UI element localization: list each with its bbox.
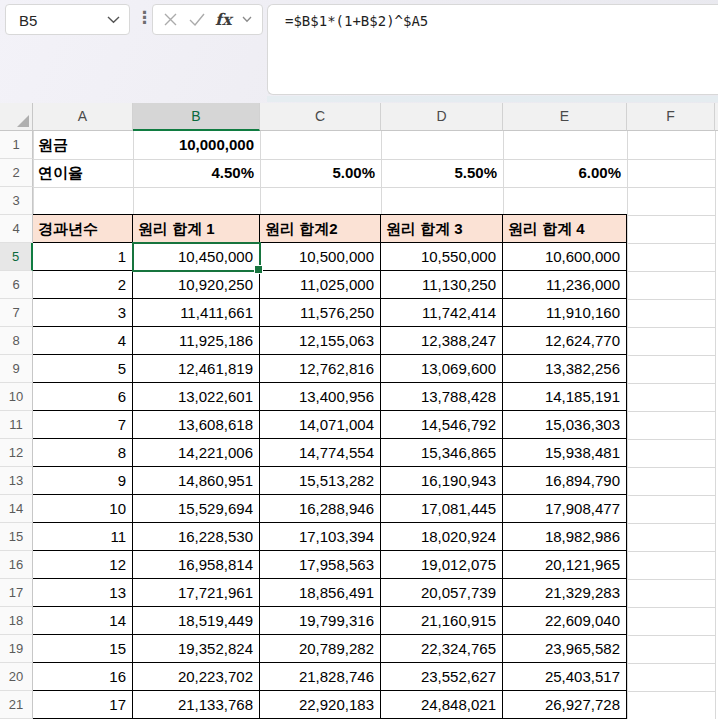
table-cell[interactable]: 12,388,247 <box>381 327 503 355</box>
table-cell[interactable]: 17,103,394 <box>260 523 381 551</box>
table-cell[interactable]: 17,958,563 <box>260 551 381 579</box>
table-cell[interactable]: 15 <box>33 635 133 663</box>
chevron-down-icon[interactable] <box>107 16 120 24</box>
table-cell[interactable]: 15,036,303 <box>503 411 627 439</box>
row-header-1[interactable]: 1 <box>0 131 33 159</box>
select-all-corner[interactable] <box>0 103 33 131</box>
table-cell[interactable]: 3 <box>33 299 133 327</box>
table-cell[interactable]: 14,774,554 <box>260 439 381 467</box>
cell-a2[interactable]: 연이율 <box>33 159 133 187</box>
table-cell[interactable]: 21,329,283 <box>503 579 627 607</box>
formula-bar[interactable]: =$B$1*(1+B$2)^$A5 <box>267 4 718 95</box>
chevron-down-icon[interactable] <box>242 16 252 23</box>
table-cell[interactable]: 20,789,282 <box>260 635 381 663</box>
table-cell[interactable]: 17,721,961 <box>133 579 260 607</box>
column-header-d[interactable]: D <box>381 103 503 131</box>
table-cell[interactable]: 23,965,582 <box>503 635 627 663</box>
row-header-19[interactable]: 19 <box>0 635 33 663</box>
row-header-7[interactable]: 7 <box>0 299 33 327</box>
table-cell[interactable]: 11,130,250 <box>381 271 503 299</box>
table-cell[interactable]: 10 <box>33 495 133 523</box>
column-header-a[interactable]: A <box>33 103 133 131</box>
table-cell[interactable]: 21,133,768 <box>133 691 260 719</box>
row-header-3[interactable]: 3 <box>0 187 33 215</box>
column-header-c[interactable]: C <box>260 103 381 131</box>
table-cell[interactable]: 1 <box>33 243 133 271</box>
table-cell[interactable]: 11,910,160 <box>503 299 627 327</box>
table-cell[interactable]: 14,546,792 <box>381 411 503 439</box>
row-header-5[interactable]: 5 <box>0 243 33 271</box>
table-cell[interactable]: 13,400,956 <box>260 383 381 411</box>
table-cell[interactable]: 26,927,728 <box>503 691 627 719</box>
row-header-18[interactable]: 18 <box>0 607 33 635</box>
cancel-icon[interactable] <box>163 12 178 27</box>
table-cell[interactable]: 16,190,943 <box>381 467 503 495</box>
table-cell[interactable]: 13,382,256 <box>503 355 627 383</box>
table-header-total-2[interactable]: 원리 합계2 <box>260 215 381 243</box>
table-cell[interactable]: 11,742,414 <box>381 299 503 327</box>
table-cell[interactable]: 16,228,530 <box>133 523 260 551</box>
cell-d2[interactable]: 5.50% <box>381 159 503 187</box>
table-cell[interactable]: 13,608,618 <box>133 411 260 439</box>
table-cell[interactable]: 11,576,250 <box>260 299 381 327</box>
table-cell[interactable]: 9 <box>33 467 133 495</box>
table-cell[interactable]: 15,346,865 <box>381 439 503 467</box>
table-cell[interactable]: 19,012,075 <box>381 551 503 579</box>
row-header-2[interactable]: 2 <box>0 159 33 187</box>
table-cell[interactable]: 12 <box>33 551 133 579</box>
table-cell[interactable]: 22,920,183 <box>260 691 381 719</box>
row-header-20[interactable]: 20 <box>0 663 33 691</box>
table-cell[interactable]: 20,057,739 <box>381 579 503 607</box>
table-cell[interactable]: 17,908,477 <box>503 495 627 523</box>
table-cell[interactable]: 11,236,000 <box>503 271 627 299</box>
row-header-4[interactable]: 4 <box>0 215 33 243</box>
table-cell[interactable]: 16 <box>33 663 133 691</box>
row-header-17[interactable]: 17 <box>0 579 33 607</box>
cell-e2[interactable]: 6.00% <box>503 159 627 187</box>
table-cell[interactable]: 7 <box>33 411 133 439</box>
table-cell[interactable]: 15,938,481 <box>503 439 627 467</box>
table-cell[interactable]: 12,762,816 <box>260 355 381 383</box>
table-cell[interactable]: 16,958,814 <box>133 551 260 579</box>
row-header-13[interactable]: 13 <box>0 467 33 495</box>
cell-b2[interactable]: 4.50% <box>133 159 260 187</box>
table-cell[interactable]: 20,223,702 <box>133 663 260 691</box>
table-cell[interactable]: 25,403,517 <box>503 663 627 691</box>
row-header-21[interactable]: 21 <box>0 691 33 719</box>
table-cell[interactable]: 13 <box>33 579 133 607</box>
table-cell[interactable]: 22,609,040 <box>503 607 627 635</box>
table-cell[interactable]: 12,155,063 <box>260 327 381 355</box>
column-header-b[interactable]: B <box>133 103 260 131</box>
table-cell[interactable]: 12,461,819 <box>133 355 260 383</box>
row-header-11[interactable]: 11 <box>0 411 33 439</box>
table-cell[interactable]: 18,982,986 <box>503 523 627 551</box>
table-cell[interactable]: 18,020,924 <box>381 523 503 551</box>
table-cell[interactable]: 21,160,915 <box>381 607 503 635</box>
table-cell[interactable]: 18,856,491 <box>260 579 381 607</box>
table-cell[interactable]: 22,324,765 <box>381 635 503 663</box>
table-cell[interactable]: 15,513,282 <box>260 467 381 495</box>
table-cell[interactable]: 4 <box>33 327 133 355</box>
table-cell[interactable]: 23,552,627 <box>381 663 503 691</box>
enter-icon[interactable] <box>189 13 205 26</box>
insert-function-icon[interactable]: fx <box>215 12 231 28</box>
table-header-total-3[interactable]: 원리 합계 3 <box>381 215 503 243</box>
table-cell[interactable]: 14,185,191 <box>503 383 627 411</box>
name-box[interactable]: B5 <box>5 4 130 35</box>
table-cell[interactable]: 14,071,004 <box>260 411 381 439</box>
row-header-15[interactable]: 15 <box>0 523 33 551</box>
table-cell[interactable]: 16,288,946 <box>260 495 381 523</box>
table-cell[interactable]: 17 <box>33 691 133 719</box>
table-cell[interactable]: 10,920,250 <box>133 271 260 299</box>
table-cell[interactable]: 6 <box>33 383 133 411</box>
table-cell[interactable]: 10,500,000 <box>260 243 381 271</box>
table-cell[interactable]: 24,848,021 <box>381 691 503 719</box>
table-header-total-4[interactable]: 원리 합계 4 <box>503 215 627 243</box>
table-cell[interactable]: 14 <box>33 607 133 635</box>
row-header-12[interactable]: 12 <box>0 439 33 467</box>
table-cell[interactable]: 11,925,186 <box>133 327 260 355</box>
table-header-years[interactable]: 경과년수 <box>33 215 133 243</box>
table-cell[interactable]: 8 <box>33 439 133 467</box>
table-cell[interactable]: 14,860,951 <box>133 467 260 495</box>
table-cell[interactable]: 19,352,824 <box>133 635 260 663</box>
